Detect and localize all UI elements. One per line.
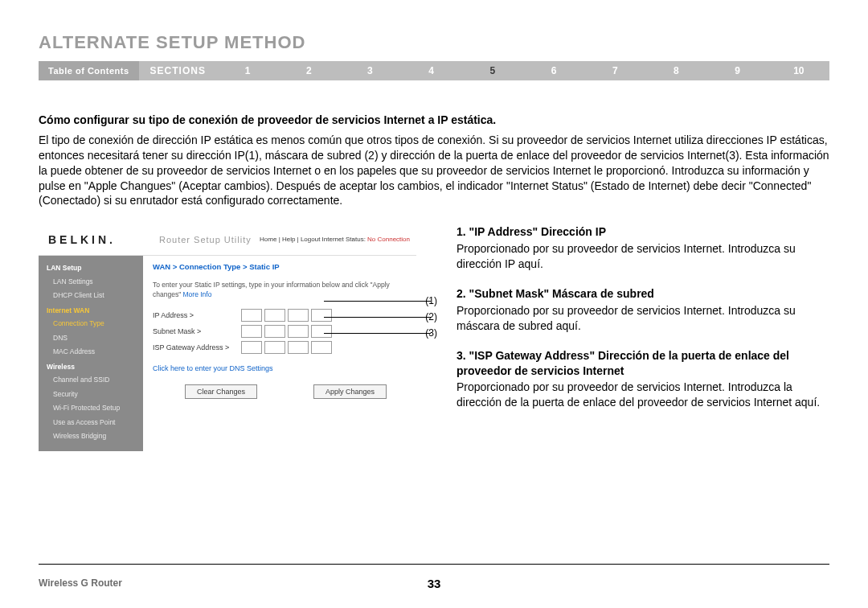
clear-changes-button[interactable]: Clear Changes — [185, 384, 257, 399]
nav-section-3[interactable]: 3 — [339, 61, 400, 80]
internet-status-value: No Connection — [367, 236, 410, 243]
callout-line-3 — [324, 333, 431, 334]
field-label-ip: IP Address > — [153, 310, 241, 320]
callout-line-1 — [324, 301, 431, 302]
router-utility-label: Router Setup Utility — [153, 234, 260, 246]
sidebar-group-wireless: Wireless — [39, 359, 143, 373]
callout-2: (2) — [425, 310, 437, 323]
footer-product-name: Wireless G Router — [39, 577, 122, 589]
sidebar-item-wireless-bridging[interactable]: Wireless Bridging — [39, 429, 143, 443]
router-breadcrumb: WAN > Connection Type > Static IP — [153, 262, 408, 273]
sidebar-item-mac-address[interactable]: MAC Address — [39, 345, 143, 359]
section-navbar: Table of Contents SECTIONS 12345678910 — [39, 61, 829, 80]
more-info-link[interactable]: More Info — [183, 290, 212, 298]
router-utility-screenshot: BELKIN. Router Setup Utility Home | Help… — [39, 224, 416, 451]
footer-page-number: 33 — [428, 577, 441, 590]
definition-text-1: Proporcionado por su proveedor de servic… — [457, 241, 829, 272]
router-top-links: Home | Help | Logout Internet Status: No… — [260, 236, 416, 244]
nav-section-6[interactable]: 6 — [523, 61, 584, 80]
sidebar-item-wps[interactable]: Wi-Fi Protected Setup — [39, 401, 143, 415]
sidebar-item-dns[interactable]: DNS — [39, 331, 143, 345]
nav-section-5[interactable]: 5 — [462, 61, 523, 80]
definition-text-3: Proporcionado por su proveedor de servic… — [457, 380, 829, 410]
field-label-gateway: ISP Gateway Address > — [153, 343, 241, 352]
apply-changes-button[interactable]: Apply Changes — [313, 384, 387, 399]
sidebar-item-lan-settings[interactable]: LAN Settings — [39, 275, 143, 289]
footer-rule — [39, 564, 829, 565]
field-label-subnet: Subnet Mask > — [153, 327, 241, 336]
definition-text-2: Proporcionado por su proveedor de servic… — [457, 303, 829, 334]
definition-title-2: 2. "Subnet Mask" Máscara de subred — [457, 286, 829, 302]
sidebar-group-internet-wan: Internet WAN — [39, 303, 143, 317]
nav-sections-label: SECTIONS — [139, 61, 217, 80]
nav-section-8[interactable]: 8 — [645, 61, 706, 80]
nav-section-7[interactable]: 7 — [584, 61, 645, 80]
nav-toc[interactable]: Table of Contents — [39, 61, 139, 80]
nav-section-2[interactable]: 2 — [278, 61, 339, 80]
sidebar-group-lan: LAN Setup — [39, 261, 143, 274]
router-main-panel: WAN > Connection Type > Static IP To ent… — [143, 256, 416, 451]
ip-address-inputs[interactable] — [241, 309, 332, 322]
dns-settings-link[interactable]: Click here to enter your DNS Settings — [153, 364, 408, 373]
callout-line-2 — [324, 317, 431, 318]
definition-title-3: 3. "ISP Gateway Address" Dirección de la… — [457, 348, 829, 379]
gateway-address-inputs[interactable] — [241, 341, 332, 354]
callout-1: (1) — [425, 294, 437, 307]
sidebar-item-channel-ssid[interactable]: Channel and SSID — [39, 373, 143, 387]
nav-section-10[interactable]: 10 — [768, 61, 829, 80]
nav-section-9[interactable]: 9 — [707, 61, 768, 80]
page-title: ALTERNATE SETUP METHOD — [39, 32, 829, 53]
belkin-logo: BELKIN. — [39, 232, 153, 248]
sidebar-item-security[interactable]: Security — [39, 388, 143, 401]
callout-3: (3) — [425, 327, 437, 339]
section-paragraph: El tipo de conexión de dirección IP está… — [39, 133, 829, 208]
router-top-links-text: Home | Help | Logout Internet Status: — [260, 236, 367, 243]
definition-title-1: 1. "IP Address" Dirección IP — [457, 224, 829, 240]
sidebar-item-connection-type[interactable]: Connection Type — [39, 317, 143, 331]
router-sidebar: LAN Setup LAN Settings DHCP Client List … — [39, 256, 143, 451]
subnet-mask-inputs[interactable] — [241, 325, 332, 338]
nav-section-1[interactable]: 1 — [217, 61, 278, 80]
nav-section-4[interactable]: 4 — [401, 61, 462, 80]
section-subheading: Cómo configurar su tipo de conexión de p… — [39, 113, 829, 128]
router-instruction: To enter your Static IP settings, type i… — [153, 281, 408, 299]
sidebar-item-access-point[interactable]: Use as Access Point — [39, 416, 143, 429]
sidebar-item-dhcp-client-list[interactable]: DHCP Client List — [39, 289, 143, 302]
